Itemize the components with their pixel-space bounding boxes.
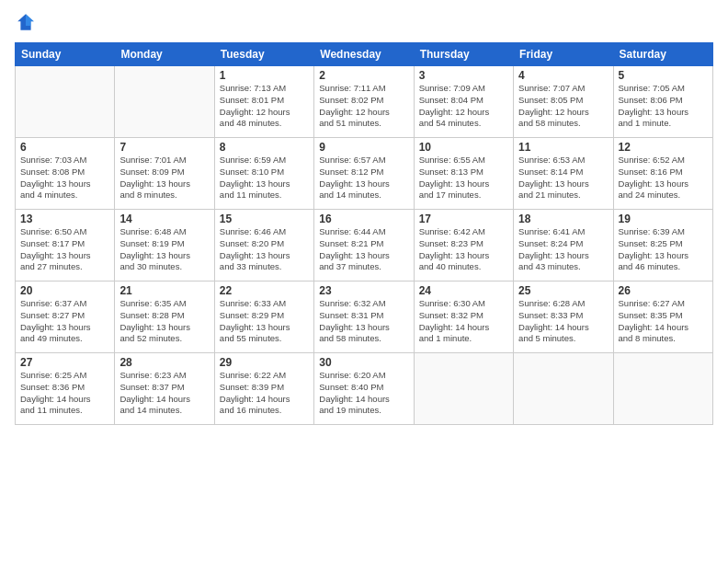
day-info: Sunrise: 7:13 AM Sunset: 8:01 PM Dayligh… (220, 83, 309, 130)
day-number: 19 (619, 213, 708, 225)
day-number: 12 (619, 141, 708, 154)
day-info: Sunrise: 7:09 AM Sunset: 8:04 PM Dayligh… (419, 83, 508, 130)
day-number: 18 (518, 213, 608, 225)
calendar-week-5: 27Sunrise: 6:25 AM Sunset: 8:36 PM Dayli… (16, 353, 713, 425)
calendar-cell: 13Sunrise: 6:50 AM Sunset: 8:17 PM Dayli… (16, 210, 115, 282)
day-info: Sunrise: 6:39 AM Sunset: 8:25 PM Dayligh… (619, 226, 708, 273)
day-info: Sunrise: 7:11 AM Sunset: 8:02 PM Dayligh… (319, 83, 408, 130)
day-number: 21 (119, 284, 209, 297)
day-info: Sunrise: 6:20 AM Sunset: 8:40 PM Dayligh… (319, 370, 408, 417)
header (15, 11, 713, 33)
day-info: Sunrise: 6:35 AM Sunset: 8:28 PM Dayligh… (119, 298, 209, 345)
day-info: Sunrise: 6:28 AM Sunset: 8:33 PM Dayligh… (518, 298, 608, 345)
calendar-cell: 11Sunrise: 6:53 AM Sunset: 8:14 PM Dayli… (514, 138, 613, 210)
calendar-cell: 4Sunrise: 7:07 AM Sunset: 8:05 PM Daylig… (514, 66, 613, 138)
day-number: 24 (419, 284, 508, 297)
calendar-week-4: 20Sunrise: 6:37 AM Sunset: 8:27 PM Dayli… (16, 282, 713, 353)
day-number: 16 (319, 213, 408, 225)
calendar-cell: 25Sunrise: 6:28 AM Sunset: 8:33 PM Dayli… (514, 282, 613, 353)
day-number: 9 (319, 141, 408, 154)
day-number: 23 (319, 284, 408, 297)
day-number: 20 (20, 284, 109, 297)
calendar-cell: 27Sunrise: 6:25 AM Sunset: 8:36 PM Dayli… (16, 353, 115, 425)
calendar-cell (16, 66, 115, 138)
day-info: Sunrise: 6:57 AM Sunset: 8:12 PM Dayligh… (319, 155, 408, 201)
day-info: Sunrise: 6:27 AM Sunset: 8:35 PM Dayligh… (619, 298, 708, 345)
day-info: Sunrise: 6:48 AM Sunset: 8:19 PM Dayligh… (119, 226, 209, 273)
day-number: 1 (220, 69, 309, 82)
calendar-cell: 8Sunrise: 6:59 AM Sunset: 8:10 PM Daylig… (214, 138, 313, 210)
day-number: 15 (220, 213, 309, 225)
day-number: 4 (518, 69, 608, 82)
calendar-cell: 30Sunrise: 6:20 AM Sunset: 8:40 PM Dayli… (314, 353, 414, 425)
calendar-cell: 29Sunrise: 6:22 AM Sunset: 8:39 PM Dayli… (214, 353, 313, 425)
day-info: Sunrise: 6:32 AM Sunset: 8:31 PM Dayligh… (319, 298, 408, 345)
calendar-cell: 21Sunrise: 6:35 AM Sunset: 8:28 PM Dayli… (115, 282, 214, 353)
calendar-header-friday: Friday (514, 43, 613, 66)
calendar-cell: 16Sunrise: 6:44 AM Sunset: 8:21 PM Dayli… (314, 210, 414, 282)
calendar-cell: 14Sunrise: 6:48 AM Sunset: 8:19 PM Dayli… (115, 210, 214, 282)
day-number: 14 (119, 213, 209, 225)
calendar-cell (414, 353, 513, 425)
day-number: 8 (220, 141, 309, 154)
day-info: Sunrise: 7:03 AM Sunset: 8:08 PM Dayligh… (20, 155, 109, 201)
day-info: Sunrise: 6:55 AM Sunset: 8:13 PM Dayligh… (419, 155, 508, 201)
day-info: Sunrise: 6:50 AM Sunset: 8:17 PM Dayligh… (20, 226, 109, 273)
calendar-header-monday: Monday (115, 43, 214, 66)
day-number: 6 (20, 141, 109, 154)
day-info: Sunrise: 6:37 AM Sunset: 8:27 PM Dayligh… (20, 298, 109, 345)
day-info: Sunrise: 6:22 AM Sunset: 8:39 PM Dayligh… (220, 370, 309, 417)
day-info: Sunrise: 6:42 AM Sunset: 8:23 PM Dayligh… (419, 226, 508, 273)
day-info: Sunrise: 6:23 AM Sunset: 8:37 PM Dayligh… (119, 370, 209, 417)
day-info: Sunrise: 6:41 AM Sunset: 8:24 PM Dayligh… (518, 226, 608, 273)
calendar-cell: 1Sunrise: 7:13 AM Sunset: 8:01 PM Daylig… (214, 66, 313, 138)
calendar-header-wednesday: Wednesday (314, 43, 414, 66)
calendar-cell: 5Sunrise: 7:05 AM Sunset: 8:06 PM Daylig… (613, 66, 712, 138)
day-info: Sunrise: 7:07 AM Sunset: 8:05 PM Dayligh… (518, 83, 608, 130)
calendar-cell: 24Sunrise: 6:30 AM Sunset: 8:32 PM Dayli… (414, 282, 513, 353)
calendar-cell: 18Sunrise: 6:41 AM Sunset: 8:24 PM Dayli… (514, 210, 613, 282)
calendar-header-thursday: Thursday (414, 43, 513, 66)
calendar-cell: 22Sunrise: 6:33 AM Sunset: 8:29 PM Dayli… (214, 282, 313, 353)
day-number: 22 (220, 284, 309, 297)
day-info: Sunrise: 6:44 AM Sunset: 8:21 PM Dayligh… (319, 226, 408, 273)
calendar-cell: 2Sunrise: 7:11 AM Sunset: 8:02 PM Daylig… (314, 66, 414, 138)
calendar-cell: 9Sunrise: 6:57 AM Sunset: 8:12 PM Daylig… (314, 138, 414, 210)
logo (15, 11, 40, 33)
day-info: Sunrise: 6:53 AM Sunset: 8:14 PM Dayligh… (518, 155, 608, 201)
day-number: 26 (619, 284, 708, 297)
day-info: Sunrise: 7:05 AM Sunset: 8:06 PM Dayligh… (619, 83, 708, 130)
calendar-table: SundayMondayTuesdayWednesdayThursdayFrid… (15, 42, 713, 425)
calendar-week-1: 1Sunrise: 7:13 AM Sunset: 8:01 PM Daylig… (16, 66, 713, 138)
calendar-header-sunday: Sunday (16, 43, 115, 66)
day-number: 28 (119, 356, 209, 369)
day-number: 5 (619, 69, 708, 82)
day-number: 17 (419, 213, 508, 225)
day-number: 30 (319, 356, 408, 369)
calendar-cell: 7Sunrise: 7:01 AM Sunset: 8:09 PM Daylig… (115, 138, 214, 210)
calendar-cell: 6Sunrise: 7:03 AM Sunset: 8:08 PM Daylig… (16, 138, 115, 210)
calendar-header-tuesday: Tuesday (214, 43, 313, 66)
day-info: Sunrise: 6:25 AM Sunset: 8:36 PM Dayligh… (20, 370, 109, 417)
page-container: SundayMondayTuesdayWednesdayThursdayFrid… (0, 0, 728, 563)
calendar-cell: 15Sunrise: 6:46 AM Sunset: 8:20 PM Dayli… (214, 210, 313, 282)
calendar-cell (613, 353, 712, 425)
calendar-week-3: 13Sunrise: 6:50 AM Sunset: 8:17 PM Dayli… (16, 210, 713, 282)
day-info: Sunrise: 6:52 AM Sunset: 8:16 PM Dayligh… (619, 155, 708, 201)
day-number: 25 (518, 284, 608, 297)
calendar-cell: 12Sunrise: 6:52 AM Sunset: 8:16 PM Dayli… (613, 138, 712, 210)
calendar-cell: 3Sunrise: 7:09 AM Sunset: 8:04 PM Daylig… (414, 66, 513, 138)
day-number: 13 (20, 213, 109, 225)
calendar-cell: 19Sunrise: 6:39 AM Sunset: 8:25 PM Dayli… (613, 210, 712, 282)
calendar-header-row: SundayMondayTuesdayWednesdayThursdayFrid… (16, 43, 713, 66)
day-info: Sunrise: 6:33 AM Sunset: 8:29 PM Dayligh… (220, 298, 309, 345)
day-info: Sunrise: 7:01 AM Sunset: 8:09 PM Dayligh… (119, 155, 209, 201)
calendar-cell (514, 353, 613, 425)
day-info: Sunrise: 6:30 AM Sunset: 8:32 PM Dayligh… (419, 298, 508, 345)
day-info: Sunrise: 6:46 AM Sunset: 8:20 PM Dayligh… (220, 226, 309, 273)
logo-icon (15, 11, 37, 33)
calendar-week-2: 6Sunrise: 7:03 AM Sunset: 8:08 PM Daylig… (16, 138, 713, 210)
calendar-cell: 26Sunrise: 6:27 AM Sunset: 8:35 PM Dayli… (613, 282, 712, 353)
calendar-cell (115, 66, 214, 138)
day-number: 11 (518, 141, 608, 154)
